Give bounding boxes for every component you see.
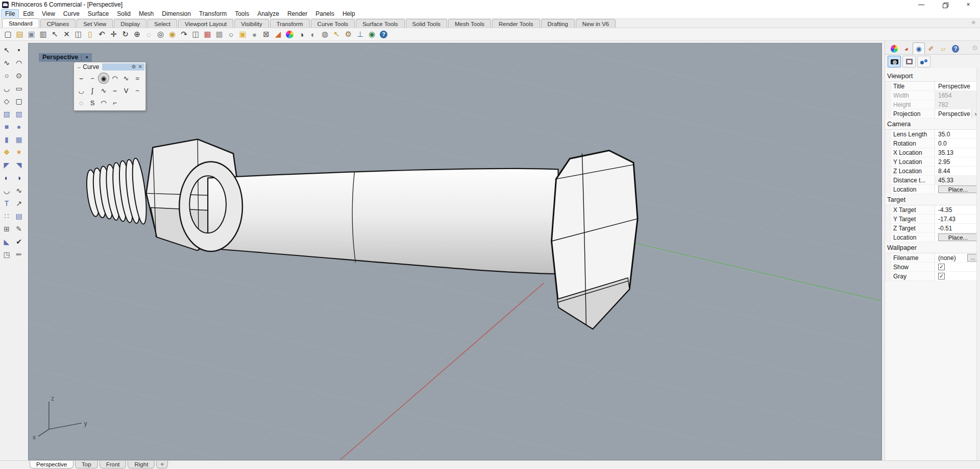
toolbar-tab-surface-tools[interactable]: Surface Tools [356, 19, 404, 28]
property-value-x-location[interactable]: 35.13 [935, 148, 980, 157]
curve-palette-drag-area[interactable]: ⚙ ✕ [102, 63, 144, 71]
zoom-dynamic-icon[interactable]: ◌ [143, 29, 155, 40]
boolean-union-icon[interactable]: ◐ [1, 172, 13, 184]
box-icon[interactable]: ■ [1, 121, 13, 133]
print-icon[interactable]: ▥ [37, 29, 49, 40]
leader-icon[interactable]: ↗ [13, 197, 25, 209]
point-icon[interactable]: • [13, 44, 25, 56]
color-wheel-icon[interactable] [286, 31, 293, 38]
shaded-mode-icon[interactable]: ◑ [296, 29, 307, 40]
help-icon[interactable]: ? [380, 31, 387, 38]
u-curve-icon[interactable]: ◡ [76, 85, 87, 96]
polygon-icon[interactable]: ◇ [1, 95, 13, 107]
properties-sphere-icon[interactable]: ● [249, 29, 260, 40]
array-icon[interactable]: ∷ [1, 210, 13, 222]
layers-icon[interactable]: ▣ [237, 29, 249, 40]
tab-overflow-icon[interactable]: ❖ [971, 19, 976, 26]
toolbar-tab-solid-tools[interactable]: Solid Tools [406, 19, 447, 28]
split-icon[interactable]: ◥ [13, 159, 25, 171]
property-value-y-location[interactable]: 2.95 [935, 157, 980, 166]
point-curve-icon[interactable]: ⌣ [76, 73, 87, 84]
copy-icon[interactable]: ◫ [72, 29, 84, 40]
viewport-layout-icon[interactable]: ◫ [190, 29, 202, 40]
property-value-show[interactable]: ✓ [935, 263, 980, 271]
toolbox-icon[interactable]: ▦ [202, 29, 213, 40]
ghosted-mode-icon[interactable]: ◐ [307, 29, 319, 40]
libraries-panel-tab[interactable]: ▱ [937, 42, 949, 54]
toolbar-tab-viewport-layout[interactable]: Viewport Layout [178, 19, 233, 28]
minimize-button[interactable]: — [910, 0, 933, 9]
selection-filter-icon[interactable]: ↖ [331, 29, 342, 40]
panel-scrollbar[interactable] [976, 68, 980, 460]
viewport-tab-perspective[interactable]: Perspective [30, 461, 74, 468]
fillet-curve-icon[interactable]: ◡ [1, 184, 13, 197]
viewport-tab-top[interactable]: Top [75, 461, 98, 468]
smile-curve-icon[interactable]: ⌣ [109, 85, 120, 96]
toolbar-tab-display[interactable]: Display [114, 19, 146, 28]
toolbar-tab-standard[interactable]: Standard [2, 18, 39, 28]
viewport-canvas[interactable]: z y x Perspective ▼ ⌣ Curve ⚙ ✕ [28, 43, 882, 460]
zoom-in-icon[interactable]: ⊕ [131, 29, 143, 40]
restore-button[interactable] [933, 0, 957, 9]
place-button[interactable]: Place... [938, 185, 978, 193]
s-curve-icon[interactable]: S [87, 97, 98, 108]
checkbox-show[interactable]: ✓ [938, 264, 945, 270]
import-pointer-icon[interactable]: ↖ [49, 29, 61, 40]
arc-icon[interactable]: ◡ [1, 82, 13, 95]
menu-curve[interactable]: Curve [59, 9, 84, 18]
place-button[interactable]: Place... [938, 233, 978, 241]
wave-curve-icon[interactable]: ∿ [98, 85, 109, 96]
property-value-filename[interactable]: (none)... [935, 253, 980, 262]
curve-palette-header[interactable]: ⌣ Curve ⚙ ✕ [74, 62, 145, 72]
property-value-distance-t[interactable]: 45.33 [935, 176, 980, 184]
arc2-curve-icon[interactable]: ◠ [98, 97, 109, 108]
extend-curve-icon[interactable]: ⌐ [109, 97, 120, 108]
dashed-circle-curve-icon[interactable]: ◌ [76, 97, 87, 108]
display-mode-tab[interactable] [902, 56, 916, 67]
circle-deform-icon[interactable]: ◉ [98, 73, 109, 84]
cplane-axis-icon[interactable]: ⊥ [354, 29, 366, 40]
interpolate-curve-icon[interactable]: ◠ [13, 57, 25, 69]
toolbar-tab-cplanes[interactable]: CPlanes [40, 19, 76, 28]
sphere-icon[interactable]: ● [13, 121, 25, 133]
viewport-title-dropdown[interactable]: Perspective ▼ [39, 53, 92, 62]
integral-curve-icon[interactable]: ∫ [87, 85, 98, 96]
surface-points-icon[interactable]: ▧ [1, 108, 13, 120]
pencil-icon[interactable]: ✏ [13, 248, 25, 261]
display-panel-tab[interactable] [888, 42, 900, 54]
cplane-flag-icon[interactable]: ◢ [272, 29, 284, 40]
toolbar-tab-drafting[interactable]: Drafting [541, 19, 575, 28]
v-curve-icon[interactable]: V [120, 85, 132, 96]
xray-mode-icon[interactable]: ◍ [319, 29, 331, 40]
viewport-tab-front[interactable]: Front [100, 461, 127, 468]
viewport-tab-right[interactable]: Right [128, 461, 155, 468]
paste-icon[interactable]: ▯ [84, 29, 96, 40]
polyline-icon[interactable]: ∿ [1, 57, 13, 69]
toolbar-tab-curve-tools[interactable]: Curve Tools [311, 19, 355, 28]
undo-view-icon[interactable]: ↷ [178, 29, 190, 40]
lock-icon[interactable]: ⊠ [260, 29, 272, 40]
toolbar-tab-select[interactable]: Select [148, 19, 177, 28]
earth-icon[interactable]: ◉ [366, 29, 378, 40]
undo-icon[interactable]: ↶ [96, 29, 108, 40]
trim-icon[interactable]: ◤ [1, 159, 13, 171]
property-value-z-location[interactable]: 8.44 [935, 167, 980, 175]
text-icon[interactable]: T [1, 197, 13, 209]
toolbar-tab-set-view[interactable]: Set View [77, 19, 113, 28]
loft-surface-icon[interactable]: ▨ [13, 108, 25, 120]
panel-options-gear-icon[interactable]: ⚙ [972, 44, 978, 52]
close-icon[interactable]: ✕ [138, 64, 142, 69]
menu-tools[interactable]: Tools [231, 9, 253, 18]
zoom-window-icon[interactable]: ◎ [155, 29, 166, 40]
notes-panel-tab[interactable]: ✐ [925, 42, 937, 54]
menu-panels[interactable]: Panels [311, 9, 338, 18]
property-value-projection[interactable]: Perspective∨ [935, 109, 980, 118]
menu-mesh[interactable]: Mesh [135, 9, 158, 18]
menu-solid[interactable]: Solid [113, 9, 135, 18]
toolbar-tab-render-tools[interactable]: Render Tools [492, 19, 540, 28]
help-panel-tab[interactable]: ? [949, 42, 962, 54]
toolbar-tab-visibility[interactable]: Visibility [234, 19, 268, 28]
rectangle-icon[interactable]: ▭ [13, 82, 25, 95]
menu-edit[interactable]: Edit [19, 9, 38, 18]
freeform-curve-icon[interactable]: ∿ [120, 73, 132, 84]
